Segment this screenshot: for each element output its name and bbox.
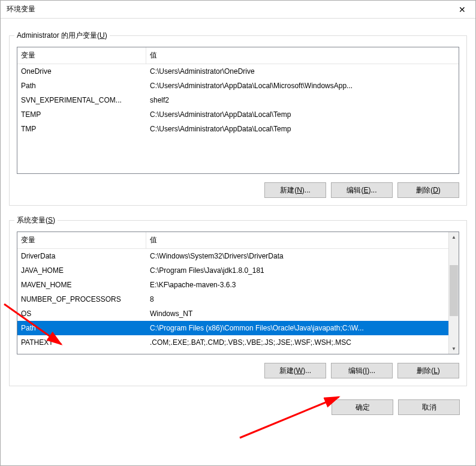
cell-value: C:\Users\Administrator\AppData\Local\Tem… — [146, 122, 459, 136]
system-variables-group: 系统变量(S) 变量 值 DriverDataC:\Windows\System… — [9, 220, 467, 386]
cell-variable: SVN_EXPERIMENTAL_COM... — [17, 93, 146, 107]
cell-value: C:\Program Files\Java\jdk1.8.0_181 — [146, 263, 448, 278]
close-icon: ✕ — [459, 5, 466, 14]
col-header-variable[interactable]: 变量 — [17, 232, 146, 248]
table-row[interactable]: NUMBER_OF_PROCESSORS8 — [17, 292, 448, 306]
cell-value: C:\Users\Administrator\AppData\Local\Tem… — [146, 107, 459, 122]
user-delete-button[interactable]: 删除(D) — [397, 182, 459, 198]
table-row[interactable]: OneDriveC:\Users\Administrator\OneDrive — [17, 64, 459, 79]
cell-variable: Path — [17, 321, 146, 335]
cell-value: 8 — [146, 292, 448, 306]
col-header-value[interactable]: 值 — [146, 232, 448, 248]
user-rows-container: OneDriveC:\Users\Administrator\OneDriveP… — [17, 64, 459, 136]
cell-variable: OS — [17, 306, 146, 321]
system-delete-button[interactable]: 删除(L) — [397, 363, 459, 378]
table-row[interactable]: PATHEXT.COM;.EXE;.BAT;.CMD;.VBS;.VBE;.JS… — [17, 335, 448, 350]
cell-variable: OneDrive — [17, 64, 146, 79]
user-variables-legend: Administrator 的用户变量(U) — [14, 31, 110, 41]
table-row[interactable]: TMPC:\Users\Administrator\AppData\Local\… — [17, 122, 459, 136]
system-rows-container: DriverDataC:\Windows\System32\Drivers\Dr… — [17, 249, 448, 354]
col-header-value[interactable]: 值 — [146, 47, 459, 64]
system-button-row: 新建(W)... 编辑(I)... 删除(L) — [17, 363, 459, 378]
cell-variable: DriverData — [17, 249, 146, 263]
cell-value: AMD64 — [146, 350, 448, 354]
close-button[interactable]: ✕ — [448, 1, 475, 18]
cell-variable: JAVA_HOME — [17, 263, 146, 278]
titlebar: 环境变量 ✕ — [1, 1, 475, 19]
cancel-button[interactable]: 取消 — [398, 399, 460, 415]
system-edit-button[interactable]: 编辑(I)... — [331, 363, 393, 378]
user-edit-button[interactable]: 编辑(E)... — [331, 182, 393, 198]
system-variables-list[interactable]: 变量 值 DriverDataC:\Windows\System32\Drive… — [17, 232, 459, 354]
user-variables-list[interactable]: 变量 值 OneDriveC:\Users\Administrator\OneD… — [17, 47, 459, 174]
list-header: 变量 值 — [17, 47, 459, 64]
cell-variable: TEMP — [17, 107, 146, 122]
cell-variable: PATHEXT — [17, 335, 146, 350]
cell-value: .COM;.EXE;.BAT;.CMD;.VBS;.VBE;.JS;.JSE;.… — [146, 335, 448, 350]
table-row[interactable]: TEMPC:\Users\Administrator\AppData\Local… — [17, 107, 459, 122]
cell-variable: PROCESSOR_ARCHITECTURE — [17, 350, 146, 354]
scroll-down-icon[interactable]: ▼ — [449, 344, 459, 354]
cell-variable: Path — [17, 79, 146, 93]
user-button-row: 新建(N)... 编辑(E)... 删除(D) — [17, 182, 459, 198]
list-header: 变量 值 — [17, 232, 448, 249]
dialog-button-row: 确定 取消 — [9, 399, 467, 415]
scroll-up-icon[interactable]: ▲ — [449, 232, 459, 242]
cell-variable: MAVEN_HOME — [17, 278, 146, 292]
cell-value: C:\Windows\System32\Drivers\DriverData — [146, 249, 448, 263]
dialog-content: Administrator 的用户变量(U) 变量 值 OneDriveC:\U… — [1, 19, 475, 465]
table-row[interactable]: PROCESSOR_ARCHITECTUREAMD64 — [17, 350, 448, 354]
table-row[interactable]: JAVA_HOMEC:\Program Files\Java\jdk1.8.0_… — [17, 263, 448, 278]
table-row[interactable]: MAVEN_HOMEE:\KF\apache-maven-3.6.3 — [17, 278, 448, 292]
vertical-scrollbar[interactable]: ▲ ▼ — [448, 232, 459, 354]
col-header-variable[interactable]: 变量 — [17, 47, 146, 64]
cell-value: C:\Users\Administrator\OneDrive — [146, 64, 459, 79]
table-row[interactable]: SVN_EXPERIMENTAL_COM...shelf2 — [17, 93, 459, 107]
system-new-button[interactable]: 新建(W)... — [264, 363, 326, 378]
window-title: 环境变量 — [7, 4, 35, 14]
user-variables-group: Administrator 的用户变量(U) 变量 值 OneDriveC:\U… — [9, 35, 467, 206]
cell-value: C:\Program Files (x86)\Common Files\Orac… — [146, 321, 448, 335]
table-row[interactable]: OSWindows_NT — [17, 306, 448, 321]
table-row[interactable]: DriverDataC:\Windows\System32\Drivers\Dr… — [17, 249, 448, 263]
cell-value: C:\Users\Administrator\AppData\Local\Mic… — [146, 79, 459, 93]
cell-variable: TMP — [17, 122, 146, 136]
cell-value: shelf2 — [146, 93, 459, 107]
cell-value: Windows_NT — [146, 306, 448, 321]
table-row[interactable]: PathC:\Users\Administrator\AppData\Local… — [17, 79, 459, 93]
environment-variables-dialog: 环境变量 ✕ Administrator 的用户变量(U) 变量 值 OneDr… — [0, 0, 476, 466]
system-variables-legend: 系统变量(S) — [14, 215, 58, 226]
table-row[interactable]: PathC:\Program Files (x86)\Common Files\… — [17, 321, 448, 335]
ok-button[interactable]: 确定 — [332, 399, 393, 415]
scrollbar-thumb[interactable] — [450, 265, 458, 316]
user-new-button[interactable]: 新建(N)... — [264, 182, 326, 198]
cell-value: E:\KF\apache-maven-3.6.3 — [146, 278, 448, 292]
cell-variable: NUMBER_OF_PROCESSORS — [17, 292, 146, 306]
